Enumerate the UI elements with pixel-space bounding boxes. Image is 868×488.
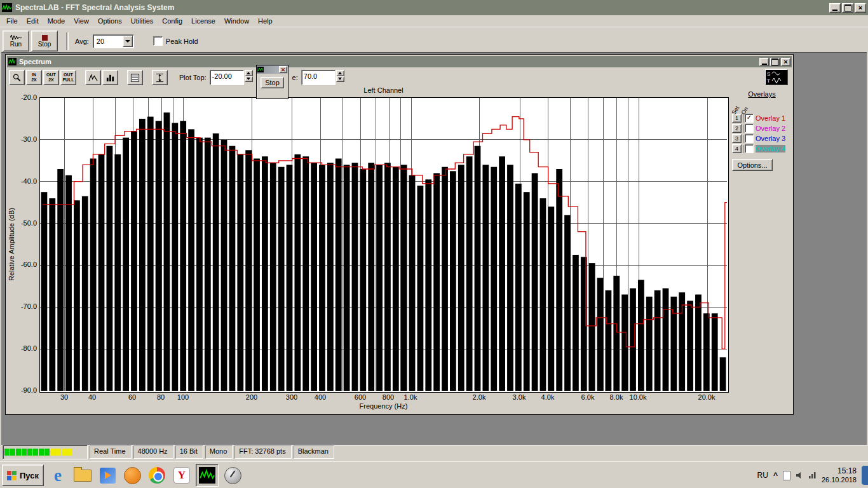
taskbar-icon-audio-app[interactable] <box>222 464 243 486</box>
network-signal-icon[interactable] <box>808 471 817 479</box>
menu-file[interactable]: File <box>3 16 22 26</box>
mdi-area: Spectrum × IN2XOUT2XOUTFULL Plot Top: -2… <box>1 52 867 445</box>
plot-top-label: Plot Top: <box>179 74 207 81</box>
sine-triangle-icon: S T <box>766 70 787 85</box>
plot-range-label: e: <box>292 74 298 81</box>
maximize-button[interactable] <box>842 3 853 13</box>
quick-launch-bar: eY <box>44 464 243 487</box>
overlay-label-4[interactable]: Overlay 4 <box>756 145 785 152</box>
overlay-set-button-3[interactable]: 3 <box>732 134 742 143</box>
close-button[interactable]: × <box>855 3 866 13</box>
taskbar-icon-chrome[interactable] <box>146 464 168 486</box>
zoom-out-full-button[interactable]: OUTFULL <box>60 70 76 85</box>
data-readout-button[interactable] <box>127 70 143 85</box>
menu-edit[interactable]: Edit <box>23 16 43 26</box>
status-panel-0: Real Time <box>90 445 132 459</box>
plot-range-spinner[interactable]: 70.0 <box>301 70 344 85</box>
status-bar: Real Time48000 Hz16 BitMonoFFT: 32768 pt… <box>1 445 868 459</box>
floating-window-titlebar[interactable]: ✕ <box>257 65 288 74</box>
tray-document-icon[interactable] <box>783 471 790 480</box>
divider <box>743 125 743 133</box>
taskbar-icon-yandex-browser[interactable]: Y <box>171 464 193 486</box>
plot-top-spinner[interactable]: -20.00 <box>210 70 253 85</box>
x-tick-label: 100 <box>177 393 189 401</box>
overlay-on-checkbox-2[interactable] <box>745 124 754 133</box>
floating-stop-button[interactable]: Stop <box>261 77 284 88</box>
stop-label: Stop <box>38 41 51 48</box>
audio-app-icon <box>224 467 241 484</box>
x-tick-label: 4.0k <box>541 393 555 401</box>
taskbar-icon-internet-explorer[interactable]: e <box>47 464 69 486</box>
overlay-set-button-4[interactable]: 4 <box>732 144 742 153</box>
internet-explorer-icon: e <box>54 467 62 484</box>
plot-top-value[interactable]: -20.00 <box>210 70 244 85</box>
chevron-down-icon <box>125 40 130 43</box>
tray-clock[interactable]: 15:18 26.10.2018 <box>822 467 857 484</box>
overlays-options-button[interactable]: Options... <box>732 159 773 171</box>
chevron-up-icon[interactable]: ^ <box>773 471 778 480</box>
overlay-label-1[interactable]: Overlay 1 <box>756 114 785 122</box>
plot-range-down-button[interactable] <box>336 76 344 83</box>
overlay-on-checkbox-3[interactable] <box>745 134 754 143</box>
start-button[interactable]: Пуск <box>2 464 44 486</box>
overlay-set-button-2[interactable]: 2 <box>732 124 742 133</box>
overlay-set-button-1[interactable]: 1 <box>732 114 742 123</box>
menu-bar: FileEditModeViewOptionsUtilitiesConfigLi… <box>0 15 868 27</box>
taskbar-icon-media-player[interactable] <box>97 464 118 486</box>
overlay-on-checkbox-1[interactable]: ✓ <box>745 114 754 123</box>
menu-options[interactable]: Options <box>94 16 126 26</box>
spectrum-close-button[interactable]: × <box>781 58 790 66</box>
close-icon[interactable]: ✕ <box>279 66 287 73</box>
stop-button[interactable]: Stop <box>31 30 58 51</box>
spectrum-restore-button[interactable] <box>770 58 780 66</box>
show-desktop-button[interactable] <box>862 466 868 485</box>
plot-range-value[interactable]: 70.0 <box>301 70 336 85</box>
spectrum-window-icon <box>8 58 17 65</box>
bar-display-button[interactable] <box>102 70 118 85</box>
overlay-row-1: 1✓Overlay 1 <box>732 113 792 123</box>
plot-range-up-button[interactable] <box>336 70 344 76</box>
spectrum-minimize-button[interactable] <box>759 58 769 66</box>
overlay-label-2[interactable]: Overlay 2 <box>756 125 785 132</box>
taskbar-icon-spectralab[interactable] <box>196 464 219 487</box>
x-tick-label: 80 <box>157 393 165 401</box>
amplitude-range-button[interactable] <box>152 70 168 85</box>
volume-icon[interactable] <box>796 471 803 479</box>
taskbar-icon-file-explorer[interactable] <box>72 464 93 486</box>
overlay-on-checkbox-4[interactable] <box>745 144 754 153</box>
plot-top-up-button[interactable] <box>245 70 253 76</box>
x-tick-label: 30 <box>60 393 68 401</box>
run-button[interactable]: Run <box>3 30 29 51</box>
zoom-out-2x-button[interactable]: OUT2X <box>43 70 59 85</box>
menu-mode[interactable]: Mode <box>44 16 69 26</box>
menu-help[interactable]: Help <box>254 16 276 26</box>
menu-window[interactable]: Window <box>220 16 253 26</box>
menu-config[interactable]: Config <box>158 16 186 26</box>
spectrum-plot[interactable] <box>39 97 729 393</box>
peak-curve-button[interactable] <box>85 70 101 85</box>
menu-view[interactable]: View <box>70 16 93 26</box>
floating-stop-window[interactable]: ✕ Stop <box>256 65 288 99</box>
overlays-heading: Overlays <box>732 90 792 98</box>
language-indicator[interactable]: RU <box>757 471 768 480</box>
peak-hold-checkbox[interactable] <box>153 36 163 46</box>
zoom-in-2x-button[interactable]: IN2X <box>26 70 42 85</box>
signal-scale-toggle-button[interactable]: S T <box>765 69 788 85</box>
avg-label: Avg: <box>75 37 89 45</box>
y-tick-label: -50.0 <box>21 219 37 227</box>
overlay-label-3[interactable]: Overlay 3 <box>756 135 785 142</box>
start-label: Пуск <box>20 471 39 480</box>
plot-top-down-button[interactable] <box>245 76 253 83</box>
y-tick-label: -20.0 <box>21 93 37 101</box>
menu-utilities[interactable]: Utilities <box>127 16 157 26</box>
svg-text:T: T <box>767 78 770 84</box>
avg-select[interactable]: 20 <box>93 34 134 48</box>
x-tick-label: 300 <box>286 393 297 401</box>
taskbar-icon-orange-app[interactable] <box>121 464 143 486</box>
avg-dropdown-button[interactable] <box>123 36 133 47</box>
x-tick-label: 1.0k <box>404 393 417 401</box>
zoom-cursor-button[interactable] <box>9 70 25 85</box>
spectrum-titlebar[interactable]: Spectrum × <box>7 56 792 67</box>
minimize-button[interactable] <box>829 3 841 13</box>
menu-license[interactable]: License <box>187 16 219 26</box>
